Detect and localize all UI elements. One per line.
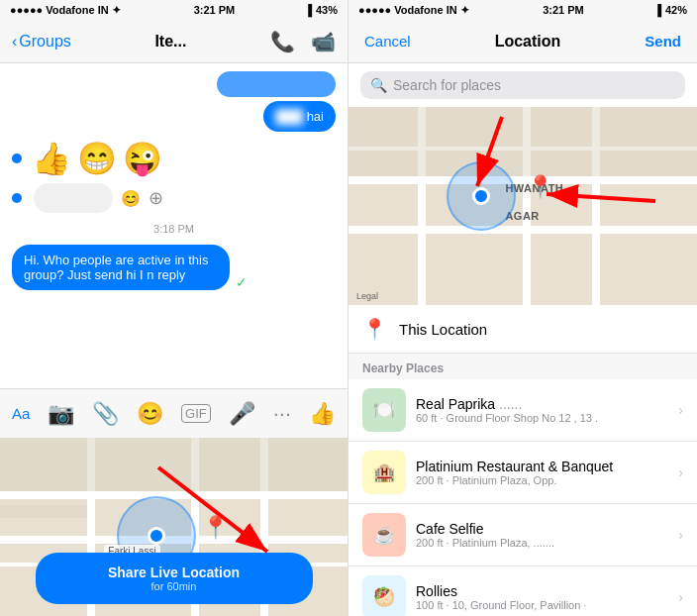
share-button-label: Share Live Location (36, 565, 313, 580)
carrier-right: ●●●●● Vodafone IN ✦ (358, 4, 469, 17)
place-item-platinium[interactable]: 🏨 Platinium Restaurant & Banquet 200 ft … (348, 442, 697, 504)
attachment-icon[interactable]: 📎 (92, 401, 119, 427)
place-info-1: Real Paprika ...... 60 ft · Ground Floor… (416, 396, 668, 424)
page-title: Location (495, 33, 561, 51)
place-thumb-2: 🏨 (362, 451, 406, 494)
thumbs-up-emoji: 👍 (32, 140, 71, 177)
back-label: Groups (19, 33, 70, 51)
status-bar-right: ●●●●● Vodafone IN ✦ 3:21 PM ▌42% (348, 0, 697, 20)
emoji-row: 👍 😁 😜 (12, 140, 336, 177)
plus-icon: ⊕ (149, 187, 163, 209)
toolbar: Aa 📷 📎 😊 GIF 🎤 ··· 👍 (0, 388, 348, 438)
message-bubble-blurred (217, 71, 336, 97)
input-bubble (34, 183, 113, 213)
mic-icon[interactable]: 🎤 (229, 401, 255, 427)
video-icon[interactable]: 📹 (311, 30, 336, 53)
svg-line-5 (547, 194, 655, 201)
place-thumb-4: 🥙 (362, 575, 406, 616)
carrier-left: ●●●●● Vodafone IN ✦ (10, 4, 121, 17)
messages-area: ███ hai 👍 😁 😜 😊 ⊕ 3:18 PM Hi. Who people… (0, 63, 348, 388)
place-detail-3: 200 ft · Platinium Plaza, ....... (416, 537, 668, 549)
chevron-icon-2: › (678, 464, 683, 480)
place-thumb-3: ☕ (362, 513, 406, 557)
chevron-icon-1: › (678, 402, 683, 418)
battery-left: ▌43% (308, 4, 338, 16)
chevron-icon-3: › (678, 527, 683, 543)
thumbsup-send-icon[interactable]: 👍 (309, 401, 336, 427)
chat-title: Ite... (154, 33, 186, 51)
time-right: 3:21 PM (543, 4, 584, 16)
place-name-1: Real Paprika ...... (416, 396, 668, 412)
map-right: HWANATH AGAR 📍 Legal (348, 107, 697, 305)
place-thumb-1: 🍽️ (362, 388, 406, 432)
delivered-checkmark: ✓ (236, 274, 248, 290)
this-location-pin-icon: 📍 (362, 317, 387, 341)
emoji-icon[interactable]: 😊 (137, 401, 163, 427)
left-panel: ●●●●● Vodafone IN ✦ 3:21 PM ▌43% ‹ Group… (0, 0, 348, 616)
place-info-4: Rollies 100 ft · 10, Ground Floor, Pavil… (416, 583, 668, 611)
send-button[interactable]: Send (645, 33, 681, 50)
svg-line-4 (477, 117, 502, 186)
nearby-places-header: Nearby Places (348, 354, 697, 379)
more-icon[interactable]: ··· (273, 401, 291, 427)
nav-bar-left: ‹ Groups Ite... 📞 📹 (0, 20, 348, 63)
red-arrow-left (149, 458, 287, 566)
nav-icons-right: 📞 📹 (270, 30, 336, 53)
place-info-3: Cafe Selfie 200 ft · Platinium Plaza, ..… (416, 521, 668, 549)
nav-bar-right: Cancel Location Send (348, 20, 697, 63)
place-name-2: Platinium Restaurant & Banquet (416, 459, 668, 474)
this-location-label: This Location (399, 321, 487, 338)
message-bubble-hai: ███ hai (263, 101, 336, 132)
smile-emoji: 😊 (121, 189, 141, 208)
phone-icon[interactable]: 📞 (270, 30, 295, 53)
battery-right: ▌42% (657, 4, 687, 16)
grin-emoji: 😁 (77, 140, 117, 177)
place-detail-4: 100 ft · 10, Ground Floor, Pavillion · (416, 599, 668, 611)
search-bar[interactable]: 🔍 Search for places (360, 71, 685, 99)
place-item-real-paprika[interactable]: 🍽️ Real Paprika ...... 60 ft · Ground Fl… (348, 379, 697, 442)
place-detail-2: 200 ft · Platinium Plaza, Opp. (416, 474, 668, 486)
status-bar-left: ●●●●● Vodafone IN ✦ 3:21 PM ▌43% (0, 0, 348, 20)
chevron-left-icon: ‹ (12, 33, 17, 51)
place-detail-1: 60 ft · Ground Floor Shop No 12 , 13 . (416, 412, 668, 424)
back-button[interactable]: ‹ Groups (12, 33, 71, 51)
tongue-emoji: 😜 (123, 140, 162, 177)
share-button-sublabel: for 60min (36, 580, 313, 592)
message-bubble-active: Hi. Who people are active in this group?… (12, 245, 230, 290)
map-bottom: 📍 Farki Lassi Share Live Location for 60… (0, 438, 348, 616)
camera-icon[interactable]: 📷 (48, 401, 74, 427)
aa-label[interactable]: Aa (12, 405, 30, 422)
right-panel: ●●●●● Vodafone IN ✦ 3:21 PM ▌42% Cancel … (348, 0, 697, 616)
red-arrows-right (348, 107, 697, 305)
svg-line-1 (158, 467, 267, 552)
cancel-button[interactable]: Cancel (364, 33, 411, 50)
places-list: 🍽️ Real Paprika ...... 60 ft · Ground Fl… (348, 379, 697, 616)
place-name-4: Rollies (416, 583, 668, 599)
place-name-3: Cafe Selfie (416, 521, 668, 537)
place-info-2: Platinium Restaurant & Banquet 200 ft · … (416, 459, 668, 486)
search-input[interactable]: Search for places (393, 77, 501, 93)
time-left: 3:21 PM (194, 4, 236, 16)
gif-button[interactable]: GIF (181, 404, 211, 423)
search-icon: 🔍 (370, 77, 387, 93)
timestamp-318: 3:18 PM (12, 223, 336, 235)
place-item-rollies[interactable]: 🥙 Rollies 100 ft · 10, Ground Floor, Pav… (348, 566, 697, 616)
this-location-item[interactable]: 📍 This Location (348, 305, 697, 354)
input-bubble-row: 😊 ⊕ (12, 183, 163, 213)
chevron-icon-4: › (678, 589, 683, 605)
place-item-cafe-selfie[interactable]: ☕ Cafe Selfie 200 ft · Platinium Plaza, … (348, 504, 697, 566)
